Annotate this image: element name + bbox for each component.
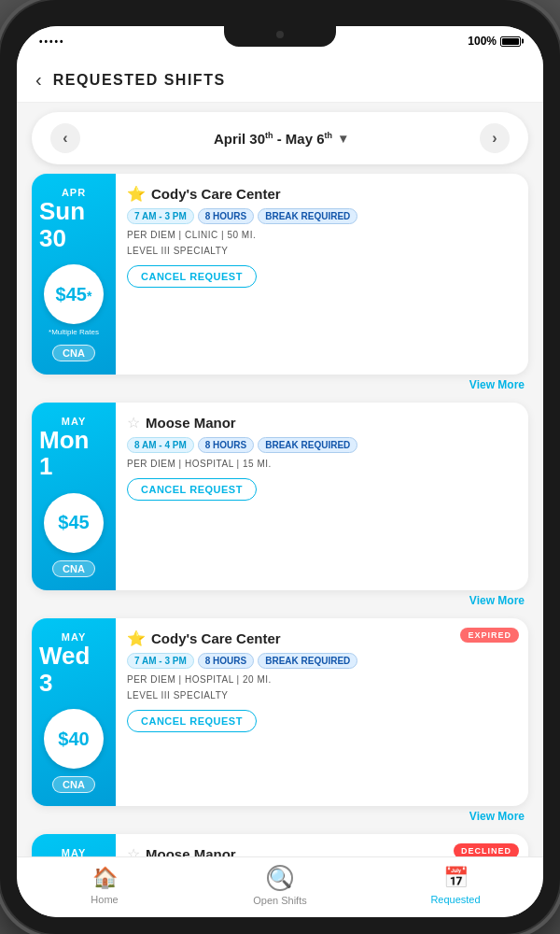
shift-card: DECLINED MAY Wed 3 $45 CNA ☆ xyxy=(32,834,528,856)
date-block: MAY Wed 3 $40 CNA xyxy=(32,618,116,806)
star-outline-icon: ☆ xyxy=(127,845,140,856)
signal-dots: ••••• xyxy=(39,36,65,47)
time-tag: 8 AM - 4 PM xyxy=(127,437,194,453)
rate-note: *Multiple Rates xyxy=(49,328,99,337)
hours-tag: 8 HOURS xyxy=(198,653,254,669)
rate-circle: $40 xyxy=(44,709,104,769)
shift-card-inner: EXPIRED MAY Wed 3 $40 CNA ⭐ xyxy=(32,618,528,806)
battery-pct: 100% xyxy=(468,35,497,48)
time-tag: 7 AM - 3 PM xyxy=(127,208,194,224)
rate-circle: $45* xyxy=(44,264,104,324)
phone-frame: ••••• 4:30 PM 100% ‹ REQUESTED SHIFTS ‹ … xyxy=(0,0,560,934)
date-range-text: April 30th - May 6th xyxy=(214,131,332,147)
scrollable-content: ‹ April 30th - May 6th ▾ › APR Sun 30 xyxy=(17,103,543,856)
rate-amount: $45* xyxy=(56,284,92,305)
tags-row: 7 AM - 3 PM 8 HOURS BREAK REQUIRED xyxy=(127,653,517,669)
tags-row: 8 AM - 4 PM 8 HOURS BREAK REQUIRED xyxy=(127,437,517,453)
search-icon: 🔍 xyxy=(267,865,293,891)
page-header: ‹ REQUESTED SHIFTS xyxy=(17,54,543,103)
date-block: MAY Wed 3 $45 CNA xyxy=(32,834,116,856)
info-line-2: LEVEL III SPECIALTY xyxy=(127,690,517,700)
requested-label: Requested xyxy=(430,894,480,905)
star-icon: ⭐ xyxy=(127,185,146,203)
facility-name: Moose Manor xyxy=(146,846,236,856)
open-shifts-label: Open Shifts xyxy=(253,895,306,906)
camera xyxy=(276,31,284,38)
shift-card: MAY Mon 1 $45 CNA ☆ Moose Manor xyxy=(32,403,528,607)
break-tag: BREAK REQUIRED xyxy=(258,208,357,224)
shift-card: APR Sun 30 $45* *Multiple Rates CNA ⭐ C xyxy=(32,174,528,391)
date-range[interactable]: April 30th - May 6th ▾ xyxy=(214,131,346,147)
card-day: Sun 30 xyxy=(39,198,108,251)
shift-cards-list: APR Sun 30 $45* *Multiple Rates CNA ⭐ C xyxy=(17,174,543,856)
shift-card: EXPIRED MAY Wed 3 $40 CNA ⭐ xyxy=(32,618,528,823)
cancel-request-button[interactable]: CANCEL REQUEST xyxy=(127,478,257,501)
card-day: Wed 3 xyxy=(39,643,108,696)
view-more-link[interactable]: View More xyxy=(32,375,528,391)
date-dropdown-icon: ▾ xyxy=(340,131,346,146)
rate-amount: $40 xyxy=(58,729,89,750)
next-week-button[interactable]: › xyxy=(480,123,510,153)
rate-circle: $45 xyxy=(44,493,104,553)
facility-name: Cody's Care Center xyxy=(151,630,281,646)
facility-name: Cody's Care Center xyxy=(151,186,281,202)
facility-row: ⭐ Cody's Care Center xyxy=(127,630,517,647)
cancel-request-button[interactable]: CANCEL REQUEST xyxy=(127,265,257,288)
requested-icon: 📅 xyxy=(443,866,469,890)
info-line-1: PER DIEM | HOSPITAL | 15 MI. xyxy=(127,459,517,469)
back-button[interactable]: ‹ xyxy=(35,69,42,91)
battery-area: 100% xyxy=(468,35,521,48)
prev-week-button[interactable]: ‹ xyxy=(50,123,80,153)
shift-card-inner: MAY Mon 1 $45 CNA ☆ Moose Manor xyxy=(32,403,528,590)
expired-badge: EXPIRED xyxy=(460,628,519,643)
facility-row: ☆ Moose Manor xyxy=(127,414,517,432)
tags-row: 7 AM - 3 PM 8 HOURS BREAK REQUIRED xyxy=(127,208,517,224)
view-more-link[interactable]: View More xyxy=(32,806,528,823)
home-label: Home xyxy=(91,894,118,905)
shift-card-inner: APR Sun 30 $45* *Multiple Rates CNA ⭐ C xyxy=(32,174,528,375)
phone-screen: ••••• 4:30 PM 100% ‹ REQUESTED SHIFTS ‹ … xyxy=(17,26,543,917)
facility-name: Moose Manor xyxy=(146,415,236,431)
bottom-navigation: 🏠 Home 🔍 Open Shifts 📅 Requested xyxy=(17,856,543,917)
break-tag: BREAK REQUIRED xyxy=(258,437,357,453)
break-tag: BREAK REQUIRED xyxy=(258,653,357,669)
hours-tag: 8 HOURS xyxy=(198,208,254,224)
date-block: APR Sun 30 $45* *Multiple Rates CNA xyxy=(32,174,116,375)
info-line-1: PER DIEM | CLINIC | 50 MI. xyxy=(127,230,517,240)
card-day: Mon 1 xyxy=(39,427,108,480)
star-icon: ⭐ xyxy=(127,630,146,647)
shift-card-inner: DECLINED MAY Wed 3 $45 CNA ☆ xyxy=(32,834,528,856)
card-month: MAY xyxy=(62,416,86,427)
card-role: CNA xyxy=(52,560,95,577)
info-line-1: PER DIEM | HOSPITAL | 20 MI. xyxy=(127,674,517,685)
card-month: MAY xyxy=(62,847,86,856)
rate-amount: $45 xyxy=(58,512,89,533)
time-tag: 7 AM - 3 PM xyxy=(127,653,194,669)
facility-row: ⭐ Cody's Care Center xyxy=(127,185,517,203)
declined-badge: DECLINED xyxy=(454,843,519,856)
hours-tag: 8 HOURS xyxy=(198,437,254,453)
card-body: ☆ Moose Manor 8 AM - 4 PM 8 HOURS BREAK … xyxy=(116,403,528,590)
card-role: CNA xyxy=(52,776,95,793)
nav-item-open-shifts[interactable]: 🔍 Open Shifts xyxy=(192,865,368,906)
home-icon: 🏠 xyxy=(92,866,118,890)
nav-item-home[interactable]: 🏠 Home xyxy=(17,866,192,905)
info-line-2: LEVEL III SPECIALTY xyxy=(127,246,517,256)
date-block: MAY Mon 1 $45 CNA xyxy=(32,403,116,590)
date-navigator: ‹ April 30th - May 6th ▾ › xyxy=(32,112,528,164)
battery-fill xyxy=(502,38,519,45)
battery-icon xyxy=(500,36,521,47)
card-body: ⭐ Cody's Care Center 7 AM - 3 PM 8 HOURS… xyxy=(116,618,528,806)
card-body: ⭐ Cody's Care Center 7 AM - 3 PM 8 HOURS… xyxy=(116,174,528,375)
page-title: REQUESTED SHIFTS xyxy=(53,72,226,89)
cancel-request-button[interactable]: CANCEL REQUEST xyxy=(127,710,257,732)
view-more-link[interactable]: View More xyxy=(32,590,528,607)
star-outline-icon: ☆ xyxy=(127,414,140,432)
card-role: CNA xyxy=(52,345,95,361)
nav-item-requested[interactable]: 📅 Requested xyxy=(368,866,543,905)
